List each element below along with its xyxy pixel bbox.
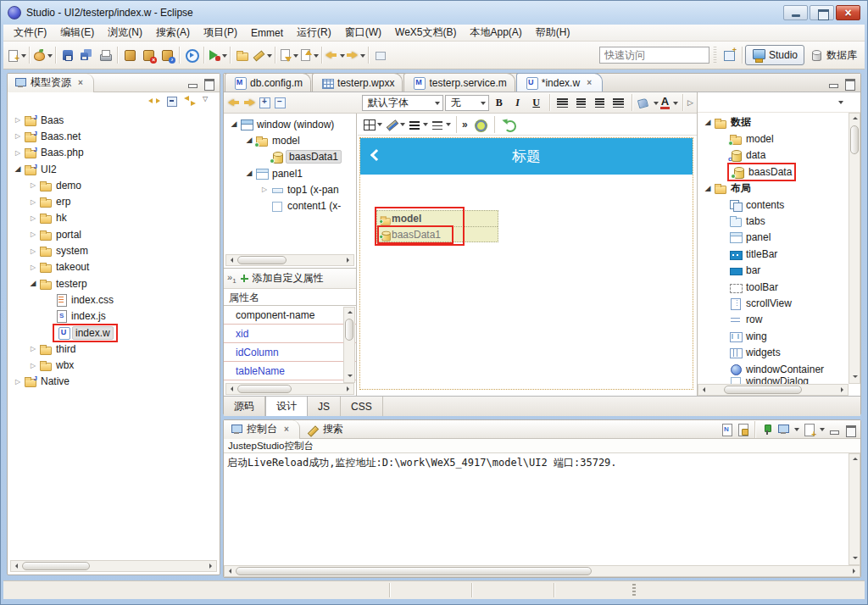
fill-color-dropdown[interactable]	[654, 102, 659, 108]
tree-item-ui2[interactable]: JUI2	[8, 161, 220, 177]
scroll-down-arrow[interactable]	[849, 373, 860, 383]
tree-item-demo[interactable]: demo	[8, 177, 220, 193]
last-edit-location-button[interactable]	[371, 46, 390, 64]
expand-icon[interactable]	[27, 177, 39, 193]
table-button[interactable]	[362, 115, 382, 134]
tab-close-icon[interactable]	[584, 78, 594, 88]
palette-hscrollbar[interactable]	[698, 384, 849, 396]
collapse-all-icon[interactable]	[165, 94, 179, 108]
properties-hscrollbar[interactable]	[225, 383, 354, 395]
expand-icon[interactable]	[259, 181, 270, 197]
collapse-icon[interactable]	[228, 116, 240, 132]
model-resources-tab[interactable]: 模型资源	[8, 74, 94, 92]
stop-build-button[interactable]: ×	[139, 46, 158, 64]
new-button[interactable]	[6, 46, 26, 64]
scroll-right-arrow[interactable]	[343, 255, 353, 265]
scroll-thumb[interactable]	[237, 256, 287, 264]
underline-button[interactable]: U	[528, 94, 545, 111]
collapse-icon[interactable]	[12, 161, 24, 177]
align-left-button[interactable]	[554, 94, 571, 111]
palette-item-bar[interactable]: bar	[698, 263, 848, 279]
build-button[interactable]	[120, 46, 139, 64]
scroll-thumb[interactable]	[345, 319, 353, 341]
expand-icon[interactable]	[27, 341, 39, 357]
tree-item-index-css[interactable]: index.css	[8, 291, 220, 308]
menu-help[interactable]: 帮助(H)	[529, 24, 577, 42]
tree-item-baas-net[interactable]: JBaas.net	[8, 128, 220, 144]
menu-edit[interactable]: 编辑(E)	[53, 24, 101, 42]
designed-titlebar[interactable]: 标题	[360, 138, 693, 175]
next-annotation-button[interactable]	[278, 46, 298, 64]
tree-item-native[interactable]: JNative	[8, 374, 220, 390]
highlight-dropdown-arrow[interactable]	[267, 54, 272, 60]
menu-wex5-docs[interactable]: WeX5文档(B)	[388, 24, 463, 42]
property-row-component-name[interactable]: component-name	[224, 306, 356, 325]
show-console-on-output-icon[interactable]	[720, 423, 733, 436]
pin-console-icon[interactable]	[760, 423, 774, 436]
expand-icon[interactable]	[27, 259, 39, 275]
editor-tab-index-w[interactable]: *index.w	[516, 73, 603, 92]
border-style-button[interactable]	[408, 115, 428, 134]
print-button[interactable]	[96, 46, 114, 64]
menu-search[interactable]: 搜索(A)	[149, 24, 197, 42]
tab-source[interactable]: 源码	[224, 397, 265, 416]
expand-icon[interactable]	[27, 358, 39, 374]
display-console-dropdown[interactable]	[794, 428, 799, 434]
display-console-icon[interactable]	[776, 423, 790, 436]
expand-icon[interactable]	[27, 226, 39, 242]
search-tab[interactable]: 搜索	[300, 420, 351, 439]
new-wizard-button[interactable]	[32, 46, 53, 64]
menu-file[interactable]: 文件(F)	[7, 24, 53, 42]
open-console-icon[interactable]	[802, 423, 815, 436]
expand-icon[interactable]	[12, 374, 24, 390]
back-chevron-icon[interactable]	[370, 149, 382, 161]
view-minimize-button[interactable]	[186, 77, 199, 89]
console-close-icon[interactable]	[281, 425, 292, 435]
tree-item-portal[interactable]: portal	[8, 226, 220, 242]
fill-color-icon[interactable]	[637, 96, 650, 109]
perspective-database-button[interactable]: 数据库	[804, 45, 862, 65]
property-name-column-header[interactable]: 属性名	[224, 289, 356, 306]
palette-item-baasdata[interactable]: baasData	[698, 164, 848, 180]
run-button[interactable]	[182, 46, 201, 64]
launch-button[interactable]	[207, 46, 227, 64]
quick-access-input[interactable]	[599, 47, 709, 64]
expand-icon[interactable]	[27, 194, 39, 210]
toolbar-overflow-icon[interactable]: ▷	[687, 98, 693, 107]
palette-item-clipped[interactable]: windowDialog	[698, 377, 848, 384]
scroll-thumb[interactable]	[236, 567, 592, 575]
maximize-button[interactable]	[810, 5, 834, 20]
palette-item-wing[interactable]: wing	[698, 328, 848, 344]
expand-icon[interactable]	[12, 112, 24, 128]
palette-group-layout[interactable]: 布局	[698, 180, 848, 197]
property-row-tablename[interactable]: tableName	[224, 362, 356, 380]
palette-item-titlebar[interactable]: titleBar	[698, 246, 848, 262]
design-toolbar-overflow-icon[interactable]: »	[462, 119, 468, 130]
menu-project[interactable]: 项目(P)	[197, 24, 244, 42]
close-button[interactable]	[836, 5, 860, 20]
palette-vscrollbar[interactable]	[849, 113, 860, 384]
menu-run[interactable]: 运行(R)	[290, 24, 338, 42]
font-size-dropdown[interactable]	[481, 102, 486, 108]
scroll-left-arrow[interactable]	[225, 566, 235, 576]
palette-item-panel[interactable]: panel	[698, 230, 848, 246]
scroll-down-arrow[interactable]	[849, 554, 860, 564]
save-all-button[interactable]	[77, 46, 96, 64]
tree-item-system[interactable]: system	[8, 242, 220, 258]
menu-emmet[interactable]: Emmet	[244, 25, 290, 41]
palette-item-contents[interactable]: contents	[698, 197, 848, 213]
save-button[interactable]	[58, 46, 77, 64]
console-minimize-button[interactable]	[827, 424, 841, 436]
align-center-button[interactable]	[573, 94, 590, 111]
title-bar[interactable]: Studio - UI2/testerp/index.w - Eclipse	[1, 1, 867, 25]
console-log[interactable]: 启动LiveReload成功,监控地址:D:\work\WeX5_4917\mo…	[224, 453, 849, 565]
redeploy-button[interactable]: ›	[158, 46, 176, 64]
bold-button[interactable]: B	[491, 94, 508, 111]
scroll-thumb[interactable]	[850, 125, 859, 154]
view-menu-icon[interactable]	[201, 94, 214, 108]
font-family-select[interactable]: 默认字体	[362, 95, 443, 111]
scroll-thumb[interactable]	[237, 385, 292, 393]
open-console-dropdown[interactable]	[820, 428, 825, 434]
new-dropdown-arrow[interactable]	[21, 54, 26, 60]
scroll-up-arrow[interactable]	[849, 114, 860, 124]
